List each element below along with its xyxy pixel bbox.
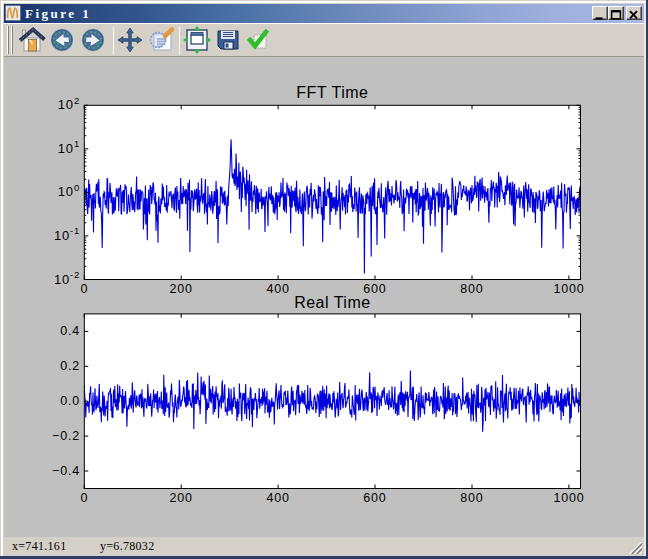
svg-text:1000: 1000 — [553, 491, 584, 505]
svg-text:0: 0 — [80, 491, 88, 505]
svg-text:FFT Time: FFT Time — [296, 84, 368, 101]
svg-text:0.2: 0.2 — [60, 359, 80, 373]
svg-text:800: 800 — [460, 282, 483, 296]
svg-text:102: 102 — [58, 95, 80, 113]
svg-text:−0.4: −0.4 — [52, 464, 80, 478]
svg-text:200: 200 — [170, 282, 193, 296]
svg-text:400: 400 — [266, 491, 289, 505]
svg-text:200: 200 — [170, 491, 193, 505]
svg-text:400: 400 — [266, 282, 289, 296]
svg-text:10-1: 10-1 — [54, 225, 80, 243]
svg-text:1000: 1000 — [553, 282, 584, 296]
svg-text:101: 101 — [58, 138, 80, 156]
svg-text:Real Time: Real Time — [294, 294, 371, 311]
svg-text:0.0: 0.0 — [60, 394, 80, 408]
svg-text:10-2: 10-2 — [54, 269, 80, 287]
svg-text:−0.2: −0.2 — [52, 429, 80, 443]
svg-text:600: 600 — [363, 491, 386, 505]
svg-text:800: 800 — [460, 491, 483, 505]
svg-text:100: 100 — [58, 182, 80, 200]
svg-text:0: 0 — [80, 282, 88, 296]
svg-text:0.4: 0.4 — [60, 324, 80, 338]
